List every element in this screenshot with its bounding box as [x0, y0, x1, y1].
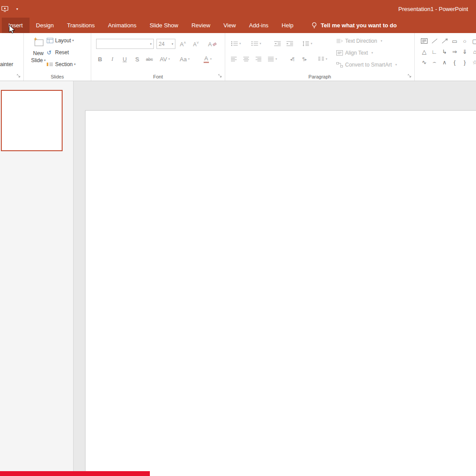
- columns-button[interactable]: ▾: [318, 55, 327, 63]
- tab-slide-show[interactable]: Slide Show: [143, 18, 185, 33]
- slides-group: New Slide ▾ Layout ▾ ↺ Reset Section ▾: [24, 33, 91, 81]
- new-slide-icon: [33, 37, 44, 47]
- shape-text-box[interactable]: [419, 37, 429, 45]
- shape-right-brace[interactable]: }: [460, 58, 470, 67]
- slides-group-label: Slides: [24, 74, 91, 79]
- left-to-right-button[interactable]: ◂¶: [290, 55, 294, 63]
- shape-star[interactable]: ☆: [470, 58, 476, 67]
- chevron-down-icon: ▾: [74, 63, 76, 66]
- tab-view[interactable]: View: [217, 18, 242, 33]
- clipboard-dialog-launcher-icon[interactable]: [16, 74, 22, 79]
- align-right-button[interactable]: [256, 55, 262, 63]
- clear-formatting-button[interactable]: A: [208, 40, 216, 49]
- right-to-left-button[interactable]: ¶▸: [302, 55, 307, 63]
- shrink-font-button[interactable]: A ˅: [193, 40, 199, 49]
- bullets-button[interactable]: ▾: [231, 39, 241, 48]
- line-icon: [431, 38, 438, 44]
- tab-transitions[interactable]: Transitions: [60, 18, 101, 33]
- tab-review[interactable]: Review: [185, 18, 217, 33]
- tab-add-ins[interactable]: Add-ins: [242, 18, 275, 33]
- new-slide-label-line2: Slide: [31, 57, 43, 63]
- paragraph-dialog-launcher-icon[interactable]: [407, 74, 413, 79]
- mouse-cursor: [9, 25, 16, 34]
- decrease-indent-button[interactable]: [274, 39, 281, 48]
- decrease-indent-icon: [274, 41, 281, 46]
- numbering-button[interactable]: ▾: [251, 39, 261, 48]
- align-text-label: Align Text: [345, 50, 368, 56]
- align-center-button[interactable]: [243, 55, 249, 63]
- paragraph-group: ▾ ▾ ▾: [225, 33, 415, 81]
- chevron-down-icon: ▾: [171, 42, 173, 46]
- editing-area: [74, 81, 476, 476]
- font-size-combobox[interactable]: 24 ▾: [156, 39, 175, 49]
- shape-down-arrow[interactable]: ⇓: [460, 47, 470, 56]
- line-spacing-button[interactable]: ▾: [302, 39, 312, 48]
- line-spacing-icon: [302, 41, 309, 46]
- chevron-down-icon: ▾: [326, 57, 327, 61]
- chevron-down-icon: ▾: [395, 63, 397, 67]
- increase-indent-button[interactable]: [286, 39, 294, 48]
- shape-oval[interactable]: ○: [460, 37, 470, 45]
- ribbon-tab-bar: Insert Design Transitions Animations Sli…: [0, 18, 476, 33]
- chevron-down-icon: ▾: [210, 57, 212, 61]
- format-painter-label-partial[interactable]: ainter: [0, 61, 13, 67]
- shape-scribble[interactable]: ∿: [419, 58, 429, 67]
- align-right-icon: [256, 56, 262, 62]
- change-case-button[interactable]: Aa ▾: [177, 54, 192, 64]
- justify-icon: [268, 56, 274, 62]
- shape-line-arrow[interactable]: [439, 37, 450, 45]
- align-left-button[interactable]: [231, 55, 237, 63]
- smartart-icon: [336, 62, 343, 67]
- slide-canvas[interactable]: [85, 110, 476, 476]
- chevron-down-icon: ▾: [372, 51, 373, 55]
- qat-customize-chevron-icon[interactable]: ▾: [16, 7, 18, 11]
- layout-button[interactable]: Layout ▾: [47, 37, 74, 45]
- line-arrow-icon: [442, 38, 448, 44]
- display-icon[interactable]: [1, 6, 9, 12]
- convert-to-smartart-button[interactable]: Convert to SmartArt ▾: [336, 61, 397, 69]
- shape-elbow-arrow-connector[interactable]: ↳: [439, 47, 450, 56]
- chevron-down-icon: ▾: [150, 42, 152, 46]
- shape-elbow-connector[interactable]: ∟: [429, 47, 439, 56]
- align-text-button[interactable]: Align Text ▾: [336, 49, 373, 57]
- chevron-down-icon: ▾: [72, 39, 74, 42]
- tab-animations[interactable]: Animations: [101, 18, 143, 33]
- chevron-down-icon: ▾: [260, 42, 261, 45]
- clipboard-group: ainter: [0, 33, 24, 81]
- section-button[interactable]: Section ▾: [47, 60, 76, 68]
- tab-help[interactable]: Help: [275, 18, 300, 33]
- ltr-icon: ◂¶: [290, 57, 294, 62]
- shape-chevron[interactable]: ∧: [439, 58, 450, 67]
- tab-design[interactable]: Design: [30, 18, 60, 33]
- font-color-button[interactable]: A ▾: [200, 54, 216, 64]
- grow-font-button[interactable]: A ˄: [180, 40, 186, 49]
- reset-button[interactable]: ↺ Reset: [47, 48, 69, 56]
- section-label: Section: [55, 61, 73, 67]
- tell-me-box[interactable]: Tell me what you want to do: [312, 18, 397, 33]
- character-spacing-button[interactable]: AV ▾: [157, 54, 172, 64]
- strikethrough-button[interactable]: abc: [144, 54, 155, 64]
- text-shadow-button[interactable]: S: [133, 54, 141, 64]
- chevron-down-icon: ▾: [44, 59, 46, 62]
- text-direction-button[interactable]: Text Direction ▾: [336, 37, 382, 45]
- underline-button[interactable]: U: [120, 54, 129, 64]
- bold-button[interactable]: B: [96, 54, 104, 64]
- drawing-group: ▭ ○ ▢ △ ∟ ↳ ⇒ ⇓ ⌂ ∿ ⌢ ∧ { } ☆: [415, 33, 476, 81]
- window-title: Presentation1 - PowerPoint: [398, 6, 468, 12]
- slide-thumbnail[interactable]: [1, 90, 63, 151]
- shape-rounded-rectangle[interactable]: ▢: [470, 37, 476, 45]
- shape-right-arrow[interactable]: ⇒: [450, 47, 460, 56]
- new-slide-button[interactable]: New Slide ▾: [28, 35, 49, 71]
- chevron-down-icon: ▾: [188, 57, 190, 61]
- reset-label: Reset: [55, 49, 69, 56]
- shape-left-brace[interactable]: {: [450, 58, 460, 67]
- shape-line[interactable]: [429, 37, 439, 45]
- italic-button[interactable]: I: [108, 54, 117, 64]
- justify-button[interactable]: ▾: [268, 55, 277, 63]
- font-dialog-launcher-icon[interactable]: [218, 74, 223, 79]
- shape-triangle[interactable]: △: [419, 47, 429, 56]
- shape-curve[interactable]: ⌢: [429, 58, 439, 67]
- shape-rectangle[interactable]: ▭: [450, 37, 460, 45]
- shape-partial[interactable]: ⌂: [470, 47, 476, 56]
- font-name-combobox[interactable]: ▾: [96, 39, 154, 49]
